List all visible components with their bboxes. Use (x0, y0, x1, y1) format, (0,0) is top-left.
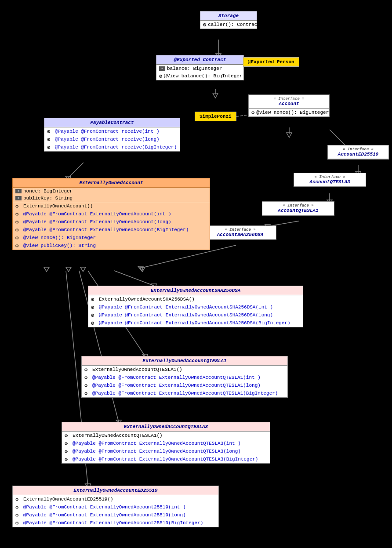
gear-icon-ed1: ⚙ (15, 504, 22, 510)
eoa-method-row-4: ⚙ @View nonce(): BigInteger (13, 234, 210, 242)
interface-ed25519-stereotype: « Interface » (330, 147, 386, 152)
payable-contract-title: PayableContract (90, 120, 134, 125)
svg-marker-32 (80, 267, 86, 272)
interface-qtesla1-name: AccountQTESLA1 (265, 208, 331, 213)
exported-contract-stereotype: @Exported Contract (174, 57, 226, 62)
eoa-qtesla3-method-0: ExternallyOwnedAccountQTESLA1() (73, 433, 163, 438)
gear-icon: ⚙ (203, 22, 206, 28)
pc-method-2: @Payable @FromContract receive(BigIntege… (55, 145, 177, 150)
gear-icon-qt3-3: ⚙ (65, 456, 71, 462)
eoa-qtesla3-method-2: @Payable @FromContract ExternallyOwnedAc… (73, 449, 241, 454)
svg-marker-33 (140, 267, 145, 272)
gear-icon-qt1-3: ⚙ (84, 390, 91, 396)
svg-marker-19 (138, 266, 143, 271)
interface-qtesla3-stereotype: « Interface » (297, 175, 363, 179)
field-icon: ≡ (159, 66, 165, 71)
gear-icon-eoa1: ⚙ (15, 211, 22, 217)
eoa-ed25519-header: ExternallyOwnedAccountED25519 (13, 486, 218, 495)
interface-sha256dsa-header: « Interface » AccountSHA256DSA (204, 226, 276, 240)
field-icon-eoa0: ≡ (15, 189, 22, 193)
eoa-sha256dsa-method-2: @Payable @FromContract ExternallyOwnedAc… (99, 312, 273, 318)
interface-qtesla1-header: « Interface » AccountQTESLA1 (262, 202, 334, 215)
eoa-ed25519-method-row-1: ⚙ @Payable @FromContract ExternallyOwned… (13, 503, 218, 511)
field-icon-eoa1: ≡ (15, 196, 22, 200)
eoa-title: ExternallyOwnedAccount (79, 180, 143, 185)
eoa-method-4: @View nonce(): BigInteger (23, 235, 96, 240)
exported-contract-field-row: ≡ balance: BigInteger (156, 65, 243, 72)
gear-icon-pc1: ⚙ (47, 136, 53, 142)
eoa-qtesla3-method-3: @Payable @FromContract ExternallyOwnedAc… (73, 457, 258, 462)
eoa-qtesla1-method-row-1: ⚙ @Payable @FromContract ExternallyOwned… (82, 374, 287, 381)
eoa-method-0: ExternallyOwnedAccount() (23, 203, 93, 209)
svg-line-20 (68, 163, 83, 178)
eoa-qtesla1-method-2: @Payable @FromContract ExternallyOwnedAc… (92, 383, 261, 388)
pc-method-row-1: ⚙ @Payable @FromContract receive(long) (44, 135, 180, 143)
eoa-sha256dsa-method-3: @Payable @FromContract ExternallyOwnedAc… (99, 320, 290, 326)
eoa-qtesla3-method-row-3: ⚙ @Payable @FromContract ExternallyOwned… (62, 455, 270, 463)
eoa-qtesla3-header: ExternallyOwnedAccountQTESLA3 (62, 422, 270, 432)
gear-icon-qt3-1: ⚙ (65, 440, 71, 446)
interface-qtesla1-stereotype: « Interface » (265, 203, 331, 208)
storage-method-0: caller(): Contract (208, 22, 260, 27)
interface-ed25519-name: AccountED25519 (330, 152, 386, 157)
eoa-field-0: nonce: BigInteger (23, 189, 73, 194)
storage-title-text: Storage (218, 13, 239, 18)
eoa-qtesla3-method-row-1: ⚙ @Payable @FromContract ExternallyOwned… (62, 439, 270, 447)
eoa-sha256dsa-header: ExternallyOwnedAccountSHA256DSA (88, 286, 303, 295)
eoa-ed25519-box: ExternallyOwnedAccountED25519 ⚙ External… (12, 486, 219, 527)
eoa-qtesla1-method-3: @Payable @FromContract ExternallyOwnedAc… (92, 391, 278, 396)
storage-title: Storage (200, 11, 257, 21)
interface-account-stereotype: « Interface » (251, 97, 327, 101)
eoa-sha256dsa-method-row-0: ⚙ ExternallyOwnedAccountSHA256DSA() (88, 295, 303, 303)
eoa-qtesla3-title: ExternallyOwnedAccountQTESLA3 (124, 424, 208, 429)
eoa-field-row-1: ≡ publicKey: String (13, 195, 210, 202)
eoa-qtesla1-method-1: @Payable @FromContract ExternallyOwnedAc… (92, 375, 261, 380)
interface-sha256dsa-name: AccountSHA256DSA (207, 232, 273, 237)
eoa-method-row-0: ⚙ ExternallyOwnedAccount() (13, 202, 210, 210)
svg-marker-6 (213, 93, 218, 98)
eoa-qtesla3-method-row-2: ⚙ @Payable @FromContract ExternallyOwned… (62, 447, 270, 455)
interface-qtesla3-header: « Interface » AccountQTESLA3 (294, 173, 366, 187)
interface-account-method-row: ⚙ @View nonce(): BigInteger (249, 109, 329, 116)
eoa-qtesla3-method-row-0: ⚙ ExternallyOwnedAccountQTESLA1() (62, 432, 270, 439)
interface-account-header: « Interface » Account (249, 95, 329, 109)
svg-marker-30 (44, 267, 49, 272)
svg-marker-31 (66, 267, 71, 272)
eoa-qtesla3-box: ExternallyOwnedAccountQTESLA3 ⚙ External… (62, 422, 270, 464)
gear-icon-ed3: ⚙ (15, 520, 22, 526)
exported-contract-method-0: @View balance(): BigInteger (164, 73, 242, 79)
gear-icon-eoa0: ⚙ (15, 203, 22, 209)
eoa-qtesla3-method-1: @Payable @FromContract ExternallyOwnedAc… (73, 441, 241, 446)
exported-contract-field-0: balance: BigInteger (167, 66, 222, 71)
gear-icon-ed0: ⚙ (15, 496, 22, 502)
gear-icon-eoa5: ⚙ (15, 243, 22, 249)
eoa-field-row-0: ≡ nonce: BigInteger (13, 188, 210, 195)
eoa-qtesla1-method-row-0: ⚙ ExternallyOwnedAccountQTESLA1() (82, 366, 287, 374)
exported-contract-box: @Exported Contract ≡ balance: BigInteger… (156, 55, 244, 80)
pc-method-row-0: ⚙ @Payable @FromContract receive(int ) (44, 127, 180, 135)
eoa-method-row-3: ⚙ @Payable @FromContract ExternallyOwned… (13, 226, 210, 234)
eoa-sha256dsa-method-1: @Payable @FromContract ExternallyOwnedAc… (99, 305, 273, 310)
gear-icon-ed2: ⚙ (15, 512, 22, 518)
interface-sha256dsa-stereotype: « Interface » (207, 228, 273, 232)
gear-icon-qt1-1: ⚙ (84, 374, 91, 381)
eoa-sha256dsa-method-0: ExternallyOwnedAccountSHA256DSA() (99, 297, 195, 302)
eoa-method-row-5: ⚙ @View publicKey(): String (13, 242, 210, 250)
storage-box: Storage ⚙ caller(): Contract (200, 11, 257, 29)
simple-ponzi-label: SimplePonzi (195, 112, 236, 121)
interface-qtesla3-box: « Interface » AccountQTESLA3 (294, 173, 366, 187)
eoa-box: ExternallyOwnedAccount ≡ nonce: BigInteg… (12, 178, 210, 250)
eoa-qtesla1-box: ExternallyOwnedAccountQTESLA1 ⚙ External… (81, 356, 288, 398)
eoa-method-3: @Payable @FromContract ExternallyOwnedAc… (23, 227, 189, 232)
eoa-ed25519-method-1: @Payable @FromContract ExternallyOwnedAc… (23, 504, 186, 510)
eoa-qtesla1-method-row-3: ⚙ @Payable @FromContract ExternallyOwned… (82, 389, 287, 397)
gear-icon-sha3: ⚙ (91, 320, 97, 326)
connectors-svg (0, 0, 392, 548)
pc-method-1: @Payable @FromContract receive(long) (55, 137, 160, 142)
eoa-field-1: publicKey: String (23, 196, 73, 201)
eoa-header: ExternallyOwnedAccount (13, 178, 210, 188)
svg-line-22 (114, 271, 154, 286)
eoa-qtesla1-method-0: ExternallyOwnedAccountQTESLA1() (92, 367, 182, 372)
eoa-ed25519-method-row-3: ⚙ @Payable @FromContract ExternallyOwned… (13, 519, 218, 527)
gear-icon-qt3-0: ⚙ (65, 432, 71, 439)
